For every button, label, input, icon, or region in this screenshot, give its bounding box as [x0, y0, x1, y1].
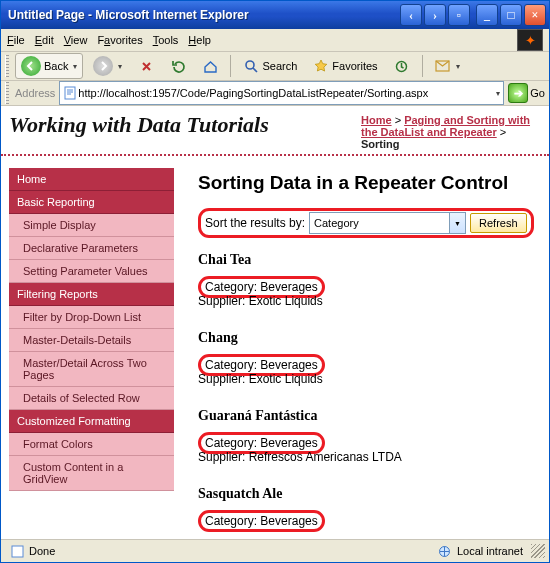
mail-icon	[435, 58, 451, 74]
product-item: Chai TeaCategory: BeveragesSupplier: Exo…	[198, 252, 535, 312]
forward-dropdown-icon[interactable]: ▾	[118, 62, 122, 71]
breadcrumb-current: Sorting	[361, 138, 400, 150]
standard-toolbar: Back ▾ ▾ Sea	[1, 52, 549, 81]
address-label: Address	[15, 87, 55, 99]
search-button[interactable]: Search	[237, 55, 303, 77]
menu-tools[interactable]: Tools	[153, 34, 179, 46]
status-done-text: Done	[29, 545, 55, 557]
page-viewport: Working with Data Tutorials Home > Pagin…	[1, 106, 549, 539]
product-name: Guaraná Fantástica	[198, 408, 535, 424]
forward-button[interactable]: ▾	[87, 53, 128, 79]
product-item: Sasquatch AleCategory: Beverages	[198, 486, 535, 532]
sort-select[interactable]: Category	[309, 212, 466, 234]
nav-item[interactable]: Details of Selected Row	[9, 387, 174, 410]
favorites-button[interactable]: Favorites	[307, 55, 383, 77]
breadcrumb-sep: >	[395, 114, 401, 126]
stop-icon	[138, 58, 154, 74]
menubar: File Edit View Favorites Tools Help ✦	[1, 29, 549, 52]
menu-help[interactable]: Help	[188, 34, 211, 46]
search-icon	[243, 58, 259, 74]
back-dropdown-icon[interactable]: ▾	[73, 62, 77, 71]
sort-highlight-ring: Sort the results by: Category Refresh	[198, 208, 534, 238]
star-icon	[313, 58, 329, 74]
menu-favorites[interactable]: Favorites	[97, 34, 142, 46]
address-input[interactable]: http://localhost:1957/Code/PagingSorting…	[59, 81, 504, 105]
product-category: Category: Beverages	[198, 510, 325, 532]
history-button[interactable]	[388, 55, 416, 77]
nav-header[interactable]: Basic Reporting	[9, 191, 174, 214]
product-name: Chai Tea	[198, 252, 535, 268]
stop-button[interactable]	[132, 55, 160, 77]
refresh-button[interactable]: Refresh	[470, 213, 527, 233]
nav-item[interactable]: Format Colors	[9, 433, 174, 456]
search-label: Search	[262, 60, 297, 72]
menu-file[interactable]: File	[7, 34, 25, 46]
intranet-icon	[437, 543, 453, 559]
page-title: Working with Data Tutorials	[9, 112, 361, 148]
back-label: Back	[44, 60, 68, 72]
breadcrumb-home[interactable]: Home	[361, 114, 392, 126]
status-done: Done	[5, 542, 59, 560]
address-dropdown-icon[interactable]: ▾	[496, 89, 500, 98]
left-nav: HomeBasic ReportingSimple DisplayDeclara…	[9, 162, 174, 539]
address-grip[interactable]	[5, 82, 9, 104]
nav-item[interactable]: Declarative Parameters	[9, 237, 174, 260]
product-item: ChangCategory: BeveragesSupplier: Exotic…	[198, 330, 535, 390]
nav-header[interactable]: Filtering Reports	[9, 283, 174, 306]
go-button[interactable]: ➔ Go	[508, 83, 545, 103]
go-label: Go	[530, 87, 545, 99]
mail-button[interactable]: ▾	[429, 55, 466, 77]
sort-selected-value: Category	[314, 217, 359, 229]
window-title: Untitled Page - Microsoft Internet Explo…	[4, 8, 398, 22]
nav-item[interactable]: Setting Parameter Values	[9, 260, 174, 283]
nav-item[interactable]: Filter by Drop-Down List	[9, 306, 174, 329]
address-bar-row: Address http://localhost:1957/Code/Pagin…	[1, 81, 549, 106]
forward-arrow-icon	[93, 56, 113, 76]
svg-point-0	[246, 61, 254, 69]
nav-item[interactable]: Simple Display	[9, 214, 174, 237]
status-zone-text: Local intranet	[457, 545, 523, 557]
history-icon	[394, 58, 410, 74]
fwd-group-button[interactable]: ›	[424, 4, 446, 26]
window-titlebar: Untitled Page - Microsoft Internet Explo…	[1, 1, 549, 29]
sort-controls: Sort the results by: Category Refresh	[198, 208, 535, 238]
go-arrow-icon: ➔	[508, 83, 528, 103]
svg-rect-3	[65, 87, 75, 99]
toolbar-grip[interactable]	[5, 55, 9, 77]
back-group-button[interactable]: ‹	[400, 4, 422, 26]
product-list: Chai TeaCategory: BeveragesSupplier: Exo…	[198, 252, 535, 532]
home-icon	[202, 58, 218, 74]
product-supplier: Supplier: Exotic Liquids	[198, 372, 323, 386]
breadcrumb-sep-2: >	[500, 126, 506, 138]
minimize-button[interactable]: _	[476, 4, 498, 26]
product-name: Sasquatch Ale	[198, 486, 535, 502]
toolbar-separator-2	[422, 55, 423, 77]
nav-item[interactable]: Custom Content in a GridView	[9, 456, 174, 491]
content-heading: Sorting Data in a Repeater Control	[198, 172, 535, 194]
nav-item[interactable]: Master/Detail Across Two Pages	[9, 352, 174, 387]
nav-header[interactable]: Home	[9, 168, 174, 191]
breadcrumb: Home > Paging and Sorting with the DataL…	[361, 114, 541, 150]
home-button[interactable]	[196, 55, 224, 77]
refresh-toolbar-button[interactable]	[164, 55, 192, 77]
status-zone: Local intranet	[433, 542, 527, 560]
restore-group-button[interactable]: ▫	[448, 4, 470, 26]
menu-edit[interactable]: Edit	[35, 34, 54, 46]
product-name: Chang	[198, 330, 535, 346]
page-icon	[62, 85, 78, 101]
maximize-button[interactable]: □	[500, 4, 522, 26]
svg-rect-4	[12, 546, 23, 557]
menu-view[interactable]: View	[64, 34, 88, 46]
resize-grip-icon[interactable]	[531, 544, 545, 558]
product-supplier: Supplier: Refrescos Americanas LTDA	[198, 450, 402, 464]
toolbar-separator	[230, 55, 231, 77]
back-button[interactable]: Back ▾	[15, 53, 83, 79]
mail-dropdown-icon[interactable]: ▾	[456, 62, 460, 71]
back-arrow-icon	[21, 56, 41, 76]
product-supplier: Supplier: Exotic Liquids	[198, 294, 323, 308]
nav-header[interactable]: Customized Formatting	[9, 410, 174, 433]
ie-window: Untitled Page - Microsoft Internet Explo…	[0, 0, 550, 563]
status-bar: Done Local intranet	[1, 539, 549, 562]
close-button[interactable]: ×	[524, 4, 546, 26]
nav-item[interactable]: Master-Details-Details	[9, 329, 174, 352]
